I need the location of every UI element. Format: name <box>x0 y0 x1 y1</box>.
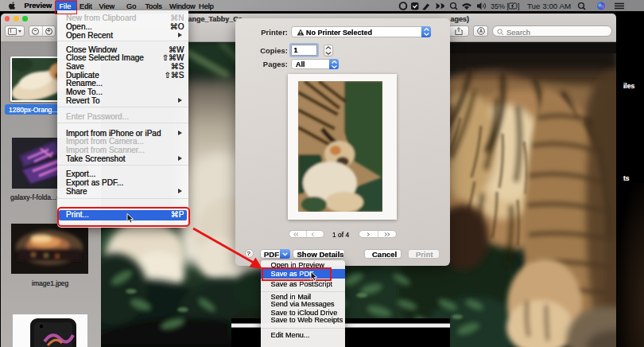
svg-text:35% [: 35% [ <box>491 2 510 10</box>
svg-text:Tue 3:00 AM: Tue 3:00 AM <box>527 2 571 10</box>
svg-text:]: ] <box>518 2 520 10</box>
